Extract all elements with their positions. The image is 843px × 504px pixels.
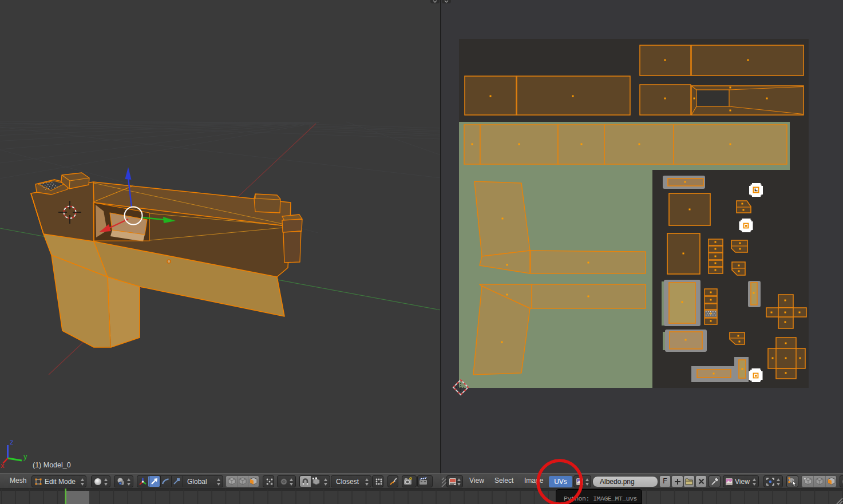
svg-text:y: y	[23, 452, 27, 461]
svg-text:(1) Model_0: (1) Model_0	[33, 461, 71, 469]
svg-text:x: x	[1, 461, 5, 470]
svg-text:z: z	[10, 438, 14, 446]
